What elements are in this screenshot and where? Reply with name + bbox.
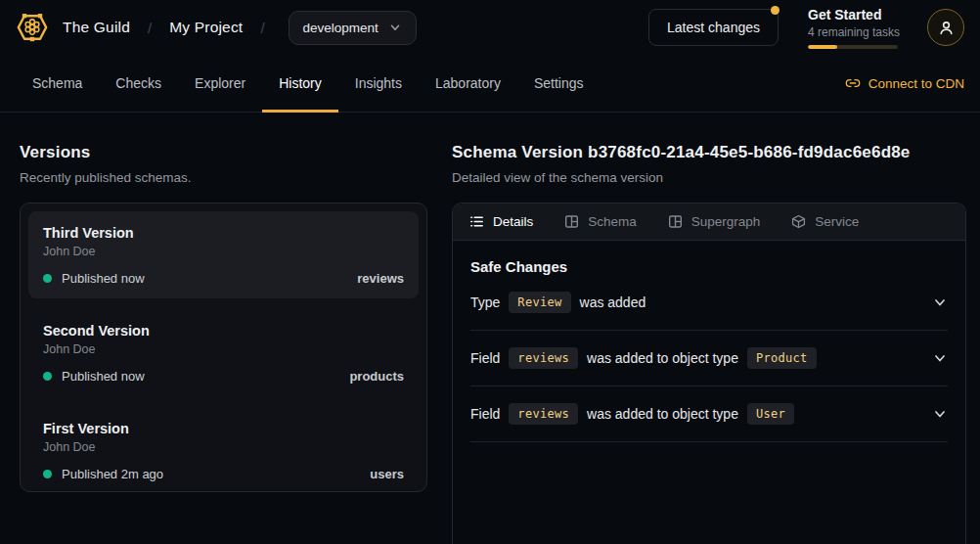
tab-insights[interactable]: Insights — [338, 55, 419, 112]
safe-changes-title: Safe Changes — [470, 258, 948, 275]
detail-body: Safe Changes Type Review was added Field… — [453, 241, 965, 544]
detail-tab-supergraph[interactable]: Supergraph — [668, 214, 761, 229]
version-item-second[interactable]: Second Version John Doe Published now pr… — [28, 309, 419, 396]
version-author: John Doe — [43, 440, 404, 454]
project-name[interactable]: My Project — [169, 19, 243, 36]
version-name: Third Version — [43, 224, 404, 242]
target-selector-value: development — [303, 21, 379, 35]
version-item-first[interactable]: First Version John Doe Published 2m ago … — [28, 407, 419, 494]
breadcrumb-separator: / — [256, 20, 268, 36]
version-meta-row: Published 2m ago users — [43, 467, 404, 481]
change-badge-type: Product — [747, 347, 817, 369]
change-prefix: Field — [470, 350, 500, 366]
version-name: First Version — [43, 420, 404, 437]
get-started-subtitle: 4 remaining tasks — [808, 25, 898, 39]
tab-laboratory[interactable]: Laboratory — [419, 55, 517, 112]
hive-logo-icon — [16, 11, 49, 44]
user-avatar[interactable] — [927, 9, 964, 46]
change-suffix: was added — [580, 295, 646, 310]
breadcrumb: The Guild / My Project / development — [16, 11, 417, 45]
detail-tab-bar: Details Schema Supergraph — [453, 204, 965, 241]
target-selector-dropdown[interactable]: development — [289, 11, 417, 45]
get-started-progressbar — [808, 45, 898, 49]
get-started-progress-fill — [808, 45, 837, 49]
schema-version-title: Schema Version b3768fc0-21a4-45e5-b686-f… — [452, 142, 966, 163]
versions-column: Versions Recently published schemas. Thi… — [20, 142, 427, 544]
version-name: Second Version — [43, 322, 404, 340]
change-row-type-review[interactable]: Type Review was added — [470, 275, 948, 331]
version-item-third[interactable]: Third Version John Doe Published now rev… — [28, 211, 419, 298]
detail-tab-schema[interactable]: Schema — [564, 214, 637, 229]
top-header: The Guild / My Project / development Lat… — [0, 0, 980, 55]
version-meta-row: Published now reviews — [43, 271, 404, 286]
detail-tab-label: Schema — [588, 214, 637, 229]
change-prefix: Type — [470, 295, 500, 310]
published-label: Published now — [62, 369, 145, 384]
detail-tab-label: Details — [493, 214, 533, 229]
change-prefix: Field — [470, 406, 500, 422]
notification-dot — [771, 6, 780, 15]
columns-icon — [564, 214, 579, 229]
change-badge: reviews — [509, 347, 578, 369]
app: The Guild / My Project / development Lat… — [0, 0, 980, 544]
columns-icon — [668, 214, 683, 229]
latest-changes-label: Latest changes — [667, 20, 760, 35]
published-status-dot — [43, 372, 52, 381]
cube-icon — [791, 214, 806, 229]
change-badge-type: User — [747, 403, 794, 425]
tab-checks[interactable]: Checks — [99, 55, 178, 112]
service-tag: reviews — [357, 271, 404, 286]
nav-tabs: Schema Checks Explorer History Insights … — [16, 55, 601, 112]
tab-history[interactable]: History — [262, 55, 338, 112]
schema-version-column: Schema Version b3768fc0-21a4-45e5-b686-f… — [452, 142, 966, 544]
detail-tab-service[interactable]: Service — [791, 214, 859, 229]
change-suffix: was added to object type — [587, 350, 738, 366]
tab-settings[interactable]: Settings — [517, 55, 601, 112]
chevron-down-icon — [388, 21, 402, 34]
breadcrumb-separator: / — [144, 20, 156, 36]
published-status-dot — [43, 470, 52, 478]
change-badge: reviews — [509, 403, 578, 425]
get-started-widget[interactable]: Get Started 4 remaining tasks — [808, 7, 898, 49]
header-right-group: Latest changes Get Started 4 remaining t… — [648, 7, 964, 49]
tab-schema[interactable]: Schema — [16, 55, 99, 112]
detail-tab-details[interactable]: Details — [469, 214, 533, 229]
chevron-down-icon[interactable] — [932, 295, 948, 310]
change-suffix: was added to object type — [587, 406, 738, 422]
version-author: John Doe — [43, 245, 404, 258]
published-status-dot — [43, 274, 52, 283]
change-badge: Review — [509, 292, 570, 313]
detail-tab-label: Supergraph — [691, 214, 761, 229]
org-name[interactable]: The Guild — [63, 19, 130, 36]
versions-list: Third Version John Doe Published now rev… — [20, 203, 427, 492]
detail-tab-label: Service — [815, 214, 859, 229]
chevron-down-icon[interactable] — [932, 406, 948, 422]
versions-title: Versions — [20, 142, 427, 163]
change-row-field-user[interactable]: Field reviews was added to object type U… — [470, 386, 948, 442]
connect-to-cdn-link[interactable]: Connect to CDN — [845, 55, 964, 112]
latest-changes-button[interactable]: Latest changes — [648, 9, 779, 46]
list-icon — [469, 214, 484, 229]
change-row-field-product[interactable]: Field reviews was added to object type P… — [470, 331, 948, 386]
user-icon — [938, 20, 955, 36]
connect-to-cdn-label: Connect to CDN — [869, 76, 964, 91]
version-author: John Doe — [43, 342, 404, 356]
schema-version-panel: Details Schema Supergraph — [452, 203, 966, 544]
link-icon — [845, 75, 861, 91]
main-content: Versions Recently published schemas. Thi… — [0, 113, 980, 544]
chevron-down-icon[interactable] — [932, 350, 948, 366]
version-meta-row: Published now products — [43, 369, 404, 384]
versions-subtitle: Recently published schemas. — [20, 169, 427, 187]
schema-version-subtitle: Detailed view of the schema version — [452, 169, 966, 187]
tab-explorer[interactable]: Explorer — [178, 55, 262, 112]
service-tag: users — [370, 467, 404, 481]
service-tag: products — [349, 369, 404, 384]
target-nav: Schema Checks Explorer History Insights … — [0, 55, 980, 113]
get-started-title: Get Started — [808, 7, 898, 23]
published-label: Published 2m ago — [62, 467, 163, 481]
published-label: Published now — [62, 271, 145, 286]
